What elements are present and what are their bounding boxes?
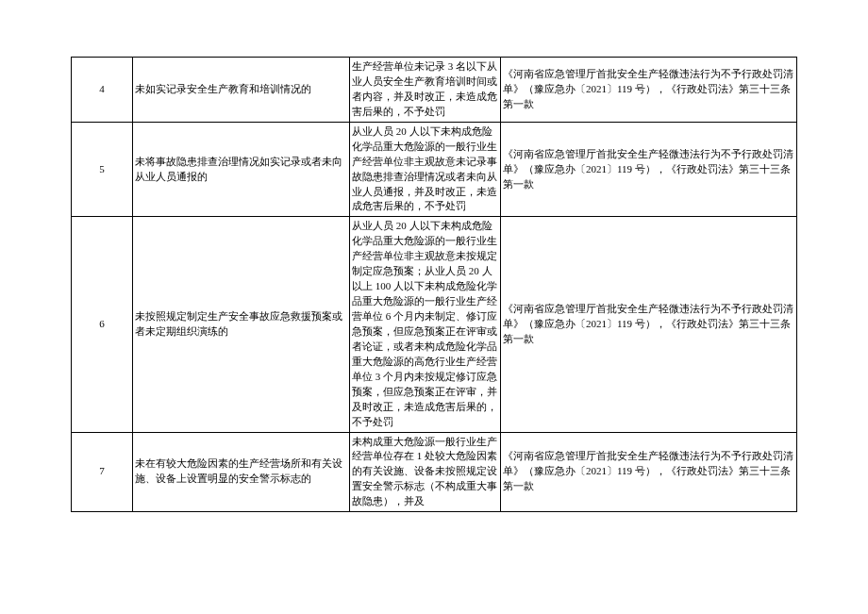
basis-cell: 《河南省应急管理厅首批安全生产轻微违法行为不予行政处罚清单》（豫应急办〔2021… bbox=[501, 432, 797, 512]
basis-cell: 《河南省应急管理厅首批安全生产轻微违法行为不予行政处罚清单》（豫应急办〔2021… bbox=[501, 217, 797, 432]
behavior-cell: 未将事故隐患排查治理情况如实记录或者未向从业人员通报的 bbox=[133, 122, 350, 217]
condition-cell: 未构成重大危险源一般行业生产经营单位存在 1 处较大危险因素的有关设施、设备未按… bbox=[350, 432, 501, 512]
table-row: 5 未将事故隐患排查治理情况如实记录或者未向从业人员通报的 从业人员 20 人以… bbox=[72, 122, 797, 217]
row-number: 5 bbox=[72, 122, 133, 217]
behavior-cell: 未在有较大危险因素的生产经营场所和有关设施、设备上设置明显的安全警示标志的 bbox=[133, 432, 350, 512]
table-row: 6 未按照规定制定生产安全事故应急救援预案或者未定期组织演练的 从业人员 20 … bbox=[72, 217, 797, 432]
row-number: 6 bbox=[72, 217, 133, 432]
condition-cell: 从业人员 20 人以下未构成危险化学品重大危险源的一般行业生产经营单位非主观故意… bbox=[350, 217, 501, 432]
table-row: 7 未在有较大危险因素的生产经营场所和有关设施、设备上设置明显的安全警示标志的 … bbox=[72, 432, 797, 512]
condition-cell: 生产经营单位未记录 3 名以下从业人员安全生产教育培训时间或者内容，并及时改正，… bbox=[350, 58, 501, 123]
behavior-cell: 未按照规定制定生产安全事故应急救援预案或者未定期组织演练的 bbox=[133, 217, 350, 432]
row-number: 4 bbox=[72, 58, 133, 123]
basis-cell: 《河南省应急管理厅首批安全生产轻微违法行为不予行政处罚清单》（豫应急办〔2021… bbox=[501, 58, 797, 123]
basis-cell: 《河南省应急管理厅首批安全生产轻微违法行为不予行政处罚清单》（豫应急办〔2021… bbox=[501, 122, 797, 217]
behavior-cell: 未如实记录安全生产教育和培训情况的 bbox=[133, 58, 350, 123]
table-row: 4 未如实记录安全生产教育和培训情况的 生产经营单位未记录 3 名以下从业人员安… bbox=[72, 58, 797, 123]
condition-cell: 从业人员 20 人以下未构成危险化学品重大危险源的一般行业生产经营单位非主观故意… bbox=[350, 122, 501, 217]
row-number: 7 bbox=[72, 432, 133, 512]
regulation-table: 4 未如实记录安全生产教育和培训情况的 生产经营单位未记录 3 名以下从业人员安… bbox=[71, 57, 797, 512]
